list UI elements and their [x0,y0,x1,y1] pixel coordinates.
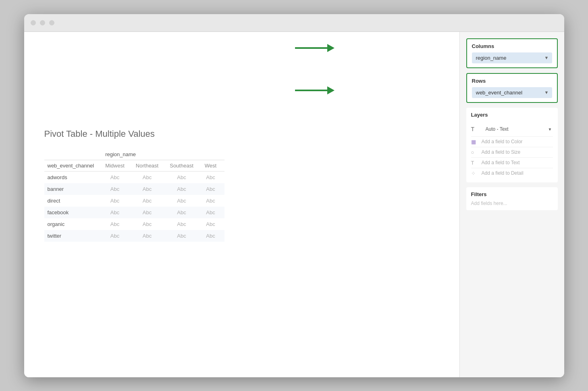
val-cell: Abc [202,207,224,218]
val-cell: Abc [102,183,133,195]
titlebar [24,14,564,32]
row-label: organic [44,218,102,230]
table-row: bannerAbcAbcAbcAbc [44,183,225,195]
row-label: direct [44,195,102,207]
table-row: directAbcAbcAbcAbc [44,195,225,207]
val-cell: Abc [102,218,133,230]
layer-detail-row[interactable]: ⁘ Add a field to Detail [471,168,553,178]
green-arrow-columns [295,44,335,52]
val-cell: Abc [166,218,202,230]
arrow-head-rows [327,86,335,94]
table-row: adwordsAbcAbcAbcAbc [44,171,225,183]
auto-text-select[interactable]: Auto - Text [482,124,553,134]
columns-box: Columns region_name ▼ [466,38,558,68]
col-midwest: Midwest [102,160,133,171]
layer-text-row[interactable]: T Add a field to Text [471,158,553,168]
layer-color-row[interactable]: ▦ Add a field to Color [471,137,553,147]
columns-label: Columns [472,43,552,49]
right-panel: Columns region_name ▼ Rows web_event_cha… [459,32,564,377]
columns-select-wrapper: region_name ▼ [472,52,552,63]
col-northeast: Northeast [133,160,166,171]
val-cell: Abc [133,207,166,218]
chart-title: Pivot Table - Multiple Values [44,129,439,139]
val-cell: Abc [133,171,166,183]
row-label: twitter [44,230,102,242]
layers-title: Layers [471,112,553,118]
filters-placeholder: Add fields here... [471,201,553,206]
row-label: banner [44,183,102,195]
titlebar-btn-1[interactable] [31,20,36,25]
row-label: facebook [44,207,102,218]
rows-select-wrapper: web_event_channel ▼ [472,87,552,98]
color-icon: ▦ [471,139,478,145]
text-icon: T [471,160,478,166]
text-field-label: Add a field to Text [482,160,553,165]
val-cell: Abc [202,230,224,242]
val-cell: Abc [166,183,202,195]
detail-field-label: Add a field to Detail [482,170,553,176]
detail-icon: ⁘ [471,170,478,176]
main-area: Pivot Table - Multiple Values region_nam… [24,32,459,377]
pivot-area: Pivot Table - Multiple Values region_nam… [44,129,439,242]
arrow-shaft-rows [295,90,327,91]
table-row: organicAbcAbcAbcAbc [44,218,225,230]
val-cell: Abc [102,195,133,207]
val-cell: Abc [102,230,133,242]
window-content: Pivot Table - Multiple Values region_nam… [24,32,564,377]
columns-select[interactable]: region_name [472,52,552,63]
rows-select[interactable]: web_event_channel [472,87,552,98]
titlebar-btn-3[interactable] [49,20,54,25]
arrow-columns [295,44,335,52]
val-cell: Abc [202,218,224,230]
app-window: Pivot Table - Multiple Values region_nam… [24,14,564,377]
pivot-table: region_name web_event_channel Midwest No… [44,149,225,242]
col-southeast: Southeast [166,160,202,171]
val-cell: Abc [166,230,202,242]
layers-section: Layers T Auto - Text ▼ ▦ Add a field to … [466,108,558,182]
col-west: West [202,160,224,171]
val-cell: Abc [102,207,133,218]
val-cell: Abc [102,171,133,183]
size-field-label: Add a field to Size [482,149,553,155]
row-col-header: web_event_channel [44,160,102,171]
table-row: twitterAbcAbcAbcAbc [44,230,225,242]
val-cell: Abc [133,230,166,242]
green-arrow-rows [295,86,335,94]
layer-size-row[interactable]: ○ Add a field to Size [471,147,553,158]
val-cell: Abc [202,171,224,183]
val-cell: Abc [202,183,224,195]
val-cell: Abc [166,207,202,218]
pivot-col-spacer [44,149,102,160]
val-cell: Abc [166,171,202,183]
val-cell: Abc [133,195,166,207]
auto-text-wrapper: Auto - Text ▼ [482,124,553,134]
titlebar-btn-2[interactable] [40,20,45,25]
rows-label: Rows [472,78,552,84]
filters-section: Filters Add fields here... [466,187,558,210]
table-row: facebookAbcAbcAbcAbc [44,207,225,218]
arrow-head-columns [327,44,335,52]
rows-box: Rows web_event_channel ▼ [466,73,558,103]
arrow-shaft-columns [295,47,327,49]
row-label: adwords [44,171,102,183]
val-cell: Abc [133,218,166,230]
text-large-icon: T [471,126,478,132]
color-field-label: Add a field to Color [482,139,553,144]
val-cell: Abc [133,183,166,195]
filters-title: Filters [471,191,553,197]
val-cell: Abc [202,195,224,207]
val-cell: Abc [166,195,202,207]
layer-auto-text-row: T Auto - Text ▼ [471,122,553,137]
region-header: region_name [102,149,224,160]
arrow-rows [295,86,335,94]
size-icon: ○ [471,149,478,155]
